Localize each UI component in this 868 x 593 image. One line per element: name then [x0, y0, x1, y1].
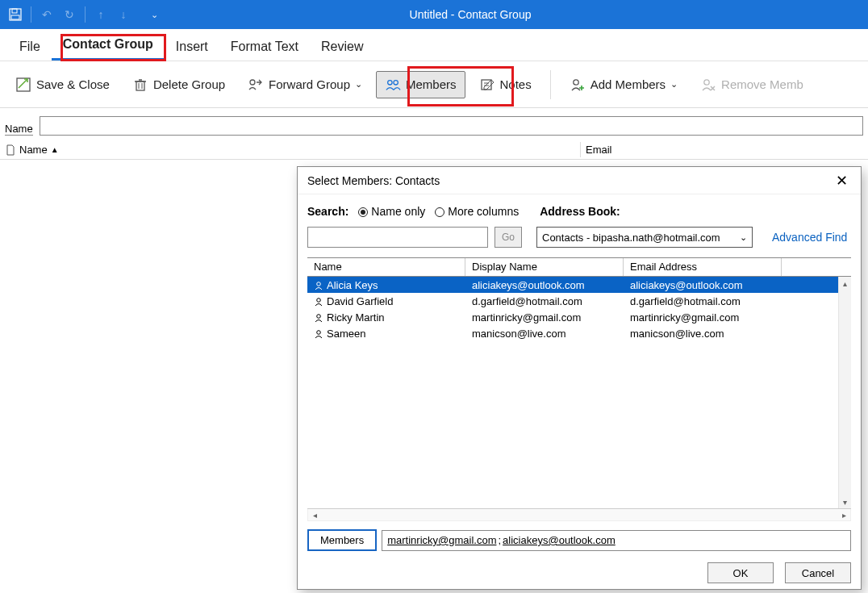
ok-button[interactable]: OK — [707, 562, 774, 583]
address-book-combo[interactable]: Contacts - bipasha.nath@hotmail.com ⌄ — [536, 227, 753, 248]
list-header-name[interactable]: Name ▲ — [0, 142, 581, 157]
notes-button[interactable]: Notes — [470, 71, 540, 98]
table-row[interactable]: Alicia Keysaliciakeys@outlook.comaliciak… — [307, 277, 851, 293]
members-entry: aliciakeys@outlook.com — [503, 534, 616, 546]
delete-group-button[interactable]: Delete Group — [123, 71, 234, 98]
svg-point-12 — [317, 299, 321, 303]
grid-header: Name Display Name Email Address — [307, 257, 851, 277]
address-book-label: Address Book: — [540, 205, 620, 218]
undo-icon[interactable]: ↶ — [38, 6, 56, 23]
chevron-down-icon: ⌄ — [740, 232, 747, 243]
notes-label: Notes — [500, 77, 532, 91]
close-icon[interactable]: ✕ — [829, 169, 854, 193]
go-button[interactable]: Go — [495, 227, 522, 248]
person-icon — [314, 313, 323, 323]
svg-point-11 — [317, 282, 321, 286]
search-label: Search: — [307, 205, 348, 218]
list-header-name-label: Name — [19, 144, 48, 156]
up-icon[interactable]: ↑ — [92, 6, 110, 23]
chevron-down-icon: ⌄ — [355, 79, 362, 90]
document-icon — [5, 144, 16, 156]
ribbon: Save & Close Delete Group Forward Group … — [0, 61, 868, 108]
redo-icon[interactable]: ↻ — [61, 6, 78, 23]
radio-off-icon — [435, 207, 444, 217]
svg-point-13 — [317, 315, 321, 319]
search-input[interactable] — [307, 227, 488, 248]
svg-point-14 — [317, 331, 321, 335]
remove-members-icon — [700, 77, 716, 93]
trash-icon — [132, 77, 148, 93]
name-row: Name — [0, 108, 868, 136]
svg-point-9 — [573, 79, 578, 84]
radio-name-only[interactable]: Name only — [358, 205, 425, 218]
grid-header-name[interactable]: Name — [307, 258, 465, 276]
table-row[interactable]: David Garfieldd.garfield@hotmail.comd.ga… — [307, 293, 851, 309]
list-header-email[interactable]: Email — [581, 142, 868, 157]
add-members-icon — [570, 77, 586, 93]
table-row[interactable]: Ricky Martinmartinricky@gmail.commartinr… — [307, 309, 851, 325]
person-icon — [314, 329, 323, 339]
members-button[interactable]: Members — [376, 71, 465, 98]
svg-point-5 — [250, 80, 255, 85]
horizontal-scrollbar[interactable]: ◂ ▸ — [307, 508, 851, 521]
person-icon — [314, 281, 323, 290]
name-input[interactable] — [40, 116, 863, 136]
tab-review[interactable]: Review — [310, 33, 374, 61]
scroll-left-icon[interactable]: ◂ — [308, 511, 321, 520]
down-icon[interactable]: ↓ — [115, 6, 132, 23]
scroll-up-icon[interactable]: ▴ — [839, 277, 851, 290]
title-bar: ↶ ↻ ↑ ↓ ⌄ Untitled - Contact Group — [0, 0, 868, 29]
members-field[interactable]: martinricky@gmail.com; aliciakeys@outloo… — [382, 530, 851, 551]
qat-customize-icon[interactable]: ⌄ — [145, 6, 163, 23]
scroll-down-icon[interactable]: ▾ — [839, 495, 851, 508]
save-icon[interactable] — [6, 6, 24, 23]
tab-file[interactable]: File — [8, 33, 52, 61]
vertical-scrollbar[interactable]: ▴ ▾ — [838, 277, 851, 508]
tab-insert[interactable]: Insert — [165, 33, 219, 61]
scroll-right-icon[interactable]: ▸ — [837, 511, 850, 520]
window-title: Untitled - Contact Group — [169, 8, 868, 21]
person-icon — [314, 297, 323, 307]
save-close-icon — [15, 77, 31, 93]
cancel-button[interactable]: Cancel — [785, 562, 851, 583]
svg-rect-2 — [11, 15, 19, 19]
radio-on-icon — [358, 207, 368, 217]
radio-more-columns[interactable]: More columns — [435, 205, 519, 218]
list-header-email-label: Email — [586, 144, 612, 156]
tab-format-text[interactable]: Format Text — [219, 33, 310, 61]
contacts-grid: Name Display Name Email Address ▴ ▾ Alic… — [307, 257, 851, 521]
quick-access-toolbar: ↶ ↻ ↑ ↓ ⌄ — [0, 6, 169, 23]
add-members-label: Add Members — [590, 77, 666, 91]
remove-members-label: Remove Memb — [721, 77, 803, 91]
advanced-find-link[interactable]: Advanced Find — [772, 231, 847, 244]
tab-contact-group[interactable]: Contact Group — [52, 31, 165, 61]
forward-group-button[interactable]: Forward Group ⌄ — [239, 71, 371, 98]
members-icon — [385, 77, 401, 93]
svg-point-7 — [394, 80, 398, 84]
select-members-dialog: Select Members: Contacts ✕ Search: Name … — [297, 166, 862, 590]
grid-header-display[interactable]: Display Name — [465, 258, 624, 276]
add-members-button[interactable]: Add Members ⌄ — [561, 71, 686, 98]
grid-header-spacer — [782, 258, 851, 276]
delete-group-label: Delete Group — [153, 77, 225, 91]
remove-members-button[interactable]: Remove Memb — [691, 71, 812, 98]
name-label: Name — [5, 123, 33, 136]
dialog-title: Select Members: Contacts — [307, 174, 440, 187]
save-close-button[interactable]: Save & Close — [6, 71, 119, 98]
forward-icon — [248, 77, 264, 93]
table-row[interactable]: Sameenmanicson@live.commanicson@live.com — [307, 325, 851, 341]
members-label: Members — [406, 77, 457, 91]
svg-point-6 — [388, 80, 392, 84]
ribbon-tabs: File Contact Group Insert Format Text Re… — [0, 29, 868, 61]
grid-header-email[interactable]: Email Address — [624, 258, 782, 276]
address-book-value: Contacts - bipasha.nath@hotmail.com — [542, 232, 720, 244]
members-add-button[interactable]: Members — [307, 529, 377, 551]
save-close-label: Save & Close — [36, 77, 110, 91]
chevron-down-icon: ⌄ — [670, 79, 678, 90]
svg-rect-4 — [136, 81, 144, 90]
notes-icon — [479, 77, 495, 93]
forward-group-label: Forward Group — [269, 77, 350, 91]
svg-point-10 — [704, 79, 709, 84]
sort-asc-icon: ▲ — [51, 145, 59, 154]
members-entry: martinricky@gmail.com — [387, 534, 496, 546]
